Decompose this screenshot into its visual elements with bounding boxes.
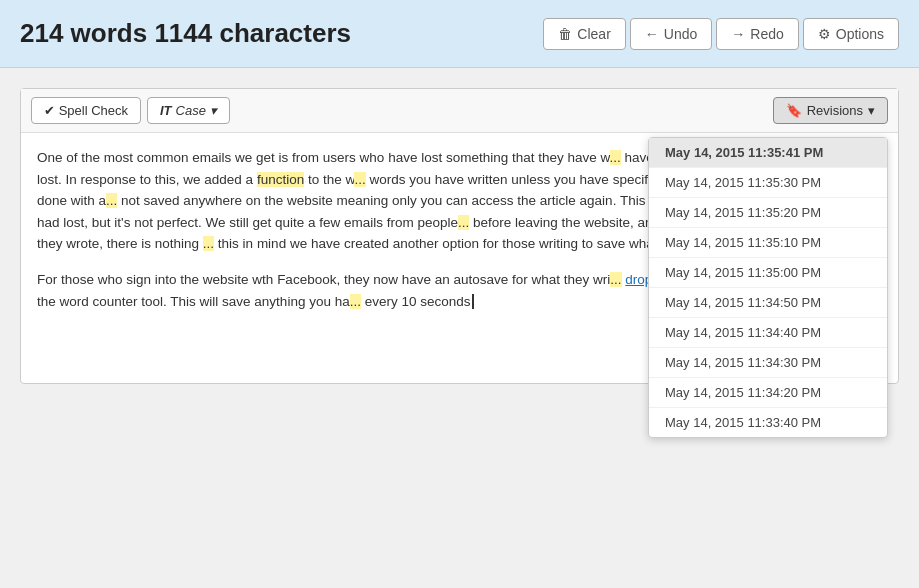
revision-item[interactable]: May 14, 2015 11:34:50 PM (649, 288, 887, 318)
revision-item[interactable]: May 14, 2015 11:35:00 PM (649, 258, 887, 288)
case-it-prefix: IT (160, 103, 172, 118)
gear-icon: ⚙ (818, 26, 831, 42)
editor-toolbar: ✔ Spell Check IT Case ▾ 🔖 Revisions ▾ (21, 89, 898, 133)
editor-container: ✔ Spell Check IT Case ▾ 🔖 Revisions ▾ On… (20, 88, 899, 384)
spell-check-button[interactable]: ✔ Spell Check (31, 97, 141, 124)
header-toolbar: 🗑 Clear ← Undo → Redo ⚙ Options (543, 18, 899, 50)
revision-item[interactable]: May 14, 2015 11:33:40 PM (649, 408, 887, 437)
redo-arrow-icon: → (731, 26, 745, 42)
header-bar: 214 words 1144 characters 🗑 Clear ← Undo… (0, 0, 919, 68)
undo-button[interactable]: ← Undo (630, 18, 712, 50)
revision-item[interactable]: May 14, 2015 11:35:30 PM (649, 168, 887, 198)
bookmark-icon: 🔖 (786, 103, 802, 118)
main-area: ✔ Spell Check IT Case ▾ 🔖 Revisions ▾ On… (0, 68, 919, 404)
case-label: Case (176, 103, 206, 118)
case-caret-icon: ▾ (210, 103, 217, 118)
revisions-dropdown: May 14, 2015 11:35:41 PM May 14, 2015 11… (648, 137, 888, 438)
revisions-label: Revisions (807, 103, 863, 118)
redo-button[interactable]: → Redo (716, 18, 798, 50)
revision-item[interactable]: May 14, 2015 11:34:40 PM (649, 318, 887, 348)
trash-icon: 🗑 (558, 26, 572, 42)
revisions-caret-icon: ▾ (868, 103, 875, 118)
revision-item[interactable]: May 14, 2015 11:34:20 PM (649, 378, 887, 408)
clear-label: Clear (577, 26, 610, 42)
revisions-button[interactable]: 🔖 Revisions ▾ (773, 97, 888, 124)
clear-button[interactable]: 🗑 Clear (543, 18, 625, 50)
revision-item[interactable]: May 14, 2015 11:34:30 PM (649, 348, 887, 378)
options-button[interactable]: ⚙ Options (803, 18, 899, 50)
revision-item[interactable]: May 14, 2015 11:35:20 PM (649, 198, 887, 228)
spell-check-label: Spell Check (59, 103, 128, 118)
revision-item[interactable]: May 14, 2015 11:35:10 PM (649, 228, 887, 258)
revision-item[interactable]: May 14, 2015 11:35:41 PM (649, 138, 887, 168)
checkmark-icon: ✔ (44, 103, 55, 118)
case-button[interactable]: IT Case ▾ (147, 97, 230, 124)
redo-label: Redo (750, 26, 783, 42)
undo-label: Undo (664, 26, 697, 42)
toolbar-left: ✔ Spell Check IT Case ▾ (31, 97, 230, 124)
options-label: Options (836, 26, 884, 42)
word-count-display: 214 words 1144 characters (20, 18, 351, 49)
undo-arrow-icon: ← (645, 26, 659, 42)
